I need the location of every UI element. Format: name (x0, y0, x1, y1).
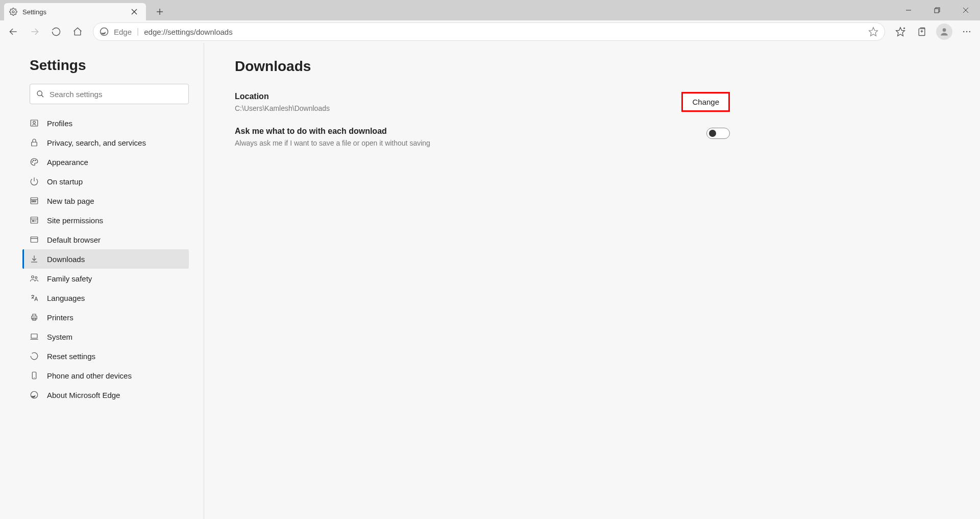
svg-point-22 (966, 31, 968, 33)
forward-button[interactable] (24, 21, 45, 42)
separator: | (137, 27, 139, 36)
close-window-button[interactable] (951, 0, 980, 20)
nav-label: Downloads (47, 255, 85, 264)
sidebar-item-default-browser[interactable]: Default browser (22, 230, 189, 249)
favorites-button[interactable] (890, 21, 911, 42)
sidebar-item-newtab[interactable]: New tab page (22, 191, 189, 210)
sidebar-item-startup[interactable]: On startup (22, 172, 189, 191)
svg-rect-41 (31, 237, 38, 243)
svg-rect-37 (31, 217, 38, 223)
reset-icon (30, 351, 39, 361)
svg-marker-14 (896, 28, 905, 36)
nav-label: On startup (47, 177, 83, 186)
svg-point-23 (969, 31, 971, 33)
power-icon (30, 177, 39, 186)
nav-label: Default browser (47, 235, 101, 244)
maximize-button[interactable] (923, 0, 951, 20)
language-icon (30, 293, 39, 302)
search-input[interactable] (50, 90, 182, 99)
minimize-button[interactable] (894, 0, 923, 20)
sidebar-item-family[interactable]: Family safety (22, 269, 189, 288)
svg-rect-35 (32, 201, 34, 202)
phone-icon (30, 371, 39, 380)
tab-strip: Settings (0, 0, 168, 20)
svg-point-30 (33, 160, 34, 161)
nav-label: Site permissions (47, 216, 103, 225)
sliders-icon (30, 216, 39, 225)
content-area: Settings Profiles Privacy, search, and s… (0, 43, 980, 519)
main-panel: Downloads Location C:\Users\Kamlesh\Down… (204, 43, 980, 519)
back-button[interactable] (3, 21, 23, 42)
download-icon (30, 254, 39, 264)
gear-icon (9, 8, 17, 16)
toggle-knob (709, 130, 716, 137)
svg-rect-49 (31, 334, 37, 338)
nav-label: Languages (47, 294, 85, 302)
svg-point-21 (963, 31, 965, 33)
new-tab-button[interactable] (151, 3, 168, 20)
svg-rect-47 (32, 316, 37, 319)
nav-label: New tab page (47, 197, 94, 205)
nav-label: About Microsoft Edge (47, 391, 120, 399)
svg-point-24 (37, 91, 42, 96)
sidebar-item-permissions[interactable]: Site permissions (22, 210, 189, 230)
collections-button[interactable] (912, 21, 932, 42)
location-path: C:\Users\Kamlesh\Downloads (235, 104, 681, 112)
sidebar-item-privacy[interactable]: Privacy, search, and services (22, 133, 189, 152)
people-icon (30, 274, 39, 283)
favorite-icon[interactable] (868, 27, 878, 37)
nav-label: Printers (47, 313, 74, 322)
person-card-icon (30, 119, 39, 128)
nav-label: System (47, 333, 72, 341)
sidebar-item-downloads[interactable]: Downloads (22, 249, 189, 269)
ask-toggle[interactable] (706, 128, 730, 139)
nav-list: Profiles Privacy, search, and services A… (30, 113, 189, 405)
nav-label: Appearance (47, 158, 88, 167)
tab-title: Settings (22, 8, 122, 16)
page-title: Downloads (235, 58, 949, 75)
ask-download-setting: Ask me what to do with each download Alw… (235, 127, 730, 147)
url-text: edge://settings/downloads (144, 28, 863, 36)
sidebar: Settings Profiles Privacy, search, and s… (0, 43, 204, 519)
nav-label: Privacy, search, and services (47, 138, 146, 147)
sidebar-item-system[interactable]: System (22, 327, 189, 346)
palette-icon (30, 157, 39, 167)
svg-point-0 (12, 11, 14, 13)
svg-point-27 (33, 121, 36, 124)
sidebar-item-languages[interactable]: Languages (22, 288, 189, 308)
sidebar-item-appearance[interactable]: Appearance (22, 152, 189, 172)
home-button[interactable] (67, 21, 88, 42)
refresh-button[interactable] (46, 21, 66, 42)
edge-logo-icon (100, 27, 109, 36)
search-settings[interactable] (30, 84, 189, 104)
profile-button[interactable] (936, 23, 952, 40)
sidebar-item-reset[interactable]: Reset settings (22, 346, 189, 366)
close-icon[interactable] (128, 5, 141, 18)
window-icon (30, 235, 39, 244)
svg-point-45 (32, 276, 34, 278)
svg-marker-13 (869, 28, 878, 36)
nav-label: Reset settings (47, 352, 95, 361)
sidebar-item-about[interactable]: About Microsoft Edge (22, 385, 189, 405)
nav-label: Phone and other devices (47, 371, 132, 380)
lock-icon (30, 138, 39, 147)
nav-label: Family safety (47, 274, 92, 283)
address-bar[interactable]: Edge | edge://settings/downloads (93, 22, 885, 41)
sidebar-item-printers[interactable]: Printers (22, 308, 189, 327)
svg-point-31 (35, 160, 36, 161)
svg-point-20 (943, 28, 946, 32)
svg-line-25 (41, 95, 43, 97)
ask-desc: Always ask me if I want to save a file o… (235, 139, 706, 147)
sidebar-item-phone[interactable]: Phone and other devices (22, 366, 189, 385)
tab-settings[interactable]: Settings (4, 3, 146, 20)
menu-button[interactable] (957, 21, 977, 42)
grid-icon (30, 196, 39, 205)
location-setting: Location C:\Users\Kamlesh\Downloads Chan… (235, 92, 730, 112)
location-label: Location (235, 92, 681, 101)
title-bar: Settings (0, 0, 980, 20)
svg-rect-36 (34, 201, 36, 202)
sidebar-item-profiles[interactable]: Profiles (22, 113, 189, 133)
change-location-button[interactable]: Change (681, 92, 730, 112)
toolbar: Edge | edge://settings/downloads (0, 20, 980, 43)
printer-icon (30, 313, 39, 322)
